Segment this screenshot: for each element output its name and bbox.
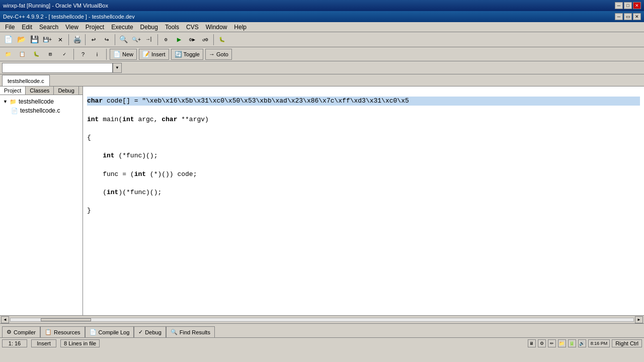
tb-run-btn[interactable]: ▶: [173, 34, 185, 46]
tb-redo-btn[interactable]: ↪: [101, 34, 113, 46]
app-restore-btn[interactable]: ▭: [624, 13, 632, 20]
vm-title-text: winxp-fat [Running] - Oracle VM VirtualB…: [3, 3, 108, 9]
sidebar-tab-classes[interactable]: Classes: [26, 86, 54, 95]
menu-tools[interactable]: Tools: [162, 22, 182, 32]
code-editor[interactable]: char code[] = "\xeb\x16\x5b\x31\xc0\x50\…: [83, 86, 644, 315]
status-time: 8:16 PM: [588, 339, 610, 347]
tree-root[interactable]: ▼ 📁 testshellcode: [1, 97, 82, 106]
menu-view[interactable]: View: [62, 22, 82, 32]
toolbar2-insert-label: Insert: [151, 51, 166, 57]
scroll-track[interactable]: [10, 318, 634, 322]
tb2-project-btn[interactable]: 📁: [2, 48, 14, 60]
sidebar: Project Classes Debug ▼ 📁 testshellcode …: [0, 86, 83, 315]
tb2-info-btn[interactable]: i: [91, 48, 103, 60]
tb-new-btn[interactable]: 📄: [2, 34, 14, 46]
menu-execute[interactable]: Execute: [108, 22, 136, 32]
status-rightctrl-text: Right Ctrl: [615, 340, 638, 346]
status-icon-5: 🔋: [568, 339, 576, 347]
vm-maximize-btn[interactable]: □: [624, 2, 632, 9]
status-icons: 🖥 ⚙ ✏ 📁 🔋 🔊 8:16 PM Right Ctrl: [528, 339, 642, 347]
menu-window[interactable]: Window: [203, 22, 230, 32]
bottom-tab-debug[interactable]: ✓ Debug: [134, 326, 166, 337]
tab-testshellcode-label: testshellcode.c: [8, 78, 44, 84]
menu-help[interactable]: Help: [231, 22, 250, 32]
sidebar-tree: ▼ 📁 testshellcode 📄 testshellcode.c: [0, 95, 83, 117]
code-line-5: func = (int (*)()) code;: [87, 170, 640, 179]
bottom-tab-compilelog[interactable]: 📄 Compile Log: [85, 326, 134, 337]
vm-minimize-btn[interactable]: ─: [615, 2, 623, 9]
tb2-debug2-btn[interactable]: 🐛: [30, 48, 42, 60]
menu-bar: File Edit Search View Project Execute De…: [0, 22, 644, 32]
tree-file[interactable]: 📄 testshellcode.c: [1, 106, 82, 115]
menu-cvs[interactable]: CVS: [183, 22, 202, 32]
tb-undo-btn[interactable]: ↩: [88, 34, 100, 46]
tree-folder-icon: 📁: [10, 99, 17, 105]
sidebar-tab-project[interactable]: Project: [0, 86, 26, 95]
sep3: [115, 34, 115, 45]
tree-root-label: testshellcode: [19, 98, 54, 105]
code-line-4: int (*func)();: [87, 151, 640, 160]
findresults-icon: 🔍: [171, 329, 178, 335]
tb-save-btn[interactable]: 💾: [28, 34, 40, 46]
tb-rebuild-btn[interactable]: ↺⚙: [199, 34, 211, 46]
bottom-tab-findresults[interactable]: 🔍 Find Results: [166, 326, 215, 337]
vm-close-btn[interactable]: ✕: [633, 2, 641, 9]
scroll-left-btn[interactable]: ◀: [1, 316, 9, 323]
toolbar2-insert-button[interactable]: 📝 Insert: [139, 49, 169, 60]
menu-debug[interactable]: Debug: [137, 22, 161, 32]
menu-edit[interactable]: Edit: [19, 22, 35, 32]
menu-project[interactable]: Project: [83, 22, 107, 32]
status-position: 1: 16: [2, 339, 27, 347]
toolbar2-new-button[interactable]: 📄 New: [110, 49, 137, 60]
code-content: char code[] = "\xeb\x16\x5b\x31\xc0\x50\…: [83, 86, 644, 235]
tb2-classes-btn[interactable]: 📋: [16, 48, 28, 60]
tb-compilerun-btn[interactable]: ⚙▶: [186, 34, 198, 46]
vm-window-controls[interactable]: ─ □ ✕: [615, 2, 641, 9]
tb-close-btn[interactable]: ✕: [54, 34, 66, 46]
tab-testshellcode[interactable]: testshellcode.c: [2, 75, 50, 86]
horizontal-scrollbar[interactable]: ◀ ▶: [0, 315, 644, 323]
tb-compile-btn[interactable]: ⚙: [160, 34, 172, 46]
tb-replace-btn[interactable]: 🔍+: [130, 34, 142, 46]
tree-expand-icon: ▼: [3, 99, 8, 104]
scroll-thumb[interactable]: [41, 318, 91, 321]
app-window-controls[interactable]: ─ ▭ ✕: [615, 13, 641, 20]
bottom-tab-compiler[interactable]: ⚙ Compiler: [2, 326, 40, 337]
menu-file[interactable]: File: [2, 22, 18, 32]
compilelog-icon: 📄: [90, 329, 97, 335]
app-close-btn[interactable]: ✕: [633, 13, 641, 20]
search-dropdown-btn[interactable]: ▼: [113, 63, 122, 73]
tb-debug-btn[interactable]: 🐛: [216, 34, 228, 46]
sep5: [213, 34, 214, 45]
tree-file-icon: 📄: [11, 108, 18, 114]
bottom-tab-compilelog-label: Compile Log: [99, 329, 130, 335]
bottom-tab-resources[interactable]: 📋 Resources: [40, 326, 85, 337]
toolbar1: 📄 📂 💾 💾+ ✕ 🖨️ ↩ ↪ 🔍 🔍+ →| ⚙ ▶ ⚙▶ ↺⚙ 🐛: [0, 32, 644, 47]
tb-print-btn[interactable]: 🖨️: [71, 34, 83, 46]
app-minimize-btn[interactable]: ─: [615, 13, 623, 20]
bottom-tab-compiler-label: Compiler: [14, 329, 36, 335]
toolbar2-goto-label: Goto: [216, 51, 228, 57]
tree-file-label: testshellcode.c: [20, 107, 60, 114]
tb-gotoline-btn[interactable]: →|: [143, 34, 155, 46]
scroll-right-btn[interactable]: ▶: [635, 316, 643, 323]
tb2-grid-btn[interactable]: ⊞: [44, 48, 56, 60]
tb-save-all-btn[interactable]: 💾+: [41, 34, 53, 46]
search-input[interactable]: [2, 63, 113, 73]
debug-icon: ✓: [138, 329, 143, 335]
vm-title-bar: winxp-fat [Running] - Oracle VM VirtualB…: [0, 0, 644, 11]
menu-search[interactable]: Search: [36, 22, 61, 32]
tb-open-btn[interactable]: 📂: [15, 34, 27, 46]
app-title-text: Dev-C++ 4.9.9.2 - [ testshellcode ] - te…: [3, 14, 135, 20]
status-lines-text: 8 Lines in file: [64, 340, 96, 346]
tb-search-btn[interactable]: 🔍: [117, 34, 129, 46]
tb2-check-btn[interactable]: ✓: [58, 48, 70, 60]
bottom-tab-debug-label: Debug: [145, 329, 161, 335]
toolbar2-toggle-button[interactable]: 🔄 Toggle: [171, 49, 203, 60]
tab-bar: testshellcode.c: [0, 74, 644, 86]
status-bar: 1: 16 Insert 8 Lines in file 🖥 ⚙ ✏ 📁 🔋 🔊…: [0, 337, 644, 348]
tb2-help-btn[interactable]: ?: [77, 48, 89, 60]
toolbar2-goto-button[interactable]: → Goto: [205, 49, 232, 60]
sidebar-tab-debug[interactable]: Debug: [54, 86, 78, 95]
toolbar2-new-label: New: [122, 51, 133, 57]
